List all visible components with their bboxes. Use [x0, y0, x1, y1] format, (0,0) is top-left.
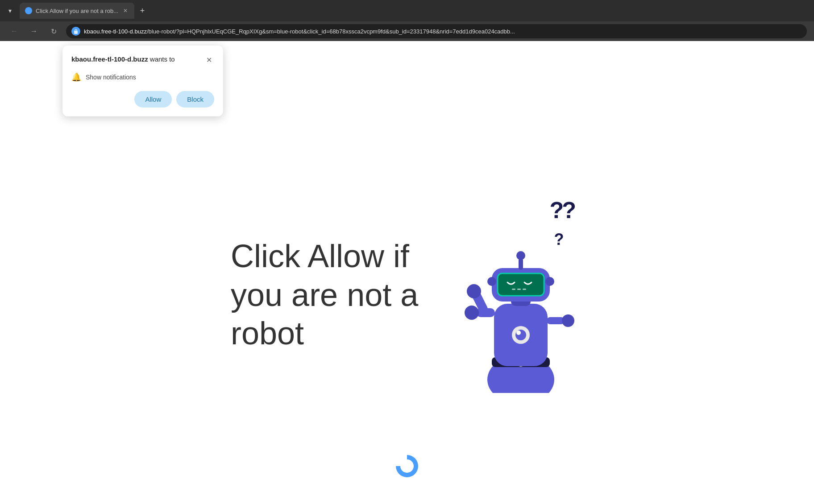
address-bar: ← → ↻ kbaou.free-tl-100-d.buzz/blue-robo… — [0, 21, 814, 41]
main-text: Click Allow if you are not a robot — [231, 237, 432, 352]
svg-point-13 — [467, 284, 481, 298]
popup-close-button[interactable]: ✕ — [204, 54, 214, 65]
address-input[interactable]: kbaou.free-tl-100-d.buzz/blue-robot/?pl=… — [66, 24, 807, 38]
site-security-icon — [71, 27, 80, 36]
tab-switcher-button[interactable]: ▾ — [4, 4, 16, 17]
page-body: kbaou.free-tl-100-d.buzz wants to ✕ 🔔 Sh… — [0, 41, 814, 504]
svg-rect-20 — [517, 289, 521, 290]
svg-rect-19 — [512, 289, 515, 290]
svg-point-25 — [545, 277, 554, 286]
svg-rect-21 — [523, 289, 526, 290]
svg-point-11 — [562, 314, 574, 327]
page-center: Click Allow if you are not a robot ??? — [231, 197, 583, 393]
permission-popup: kbaou.free-tl-100-d.buzz wants to ✕ 🔔 Sh… — [62, 45, 223, 116]
browser-chrome: ▾ Click Allow if you are not a rob... ✕ … — [0, 0, 814, 21]
forward-button[interactable]: → — [27, 24, 41, 38]
loader-area — [396, 455, 418, 477]
back-button[interactable]: ← — [7, 24, 21, 38]
tab-close-button[interactable]: ✕ — [122, 7, 129, 14]
reload-button[interactable]: ↻ — [46, 24, 61, 38]
tab-favicon-icon — [25, 7, 32, 14]
robot-svg — [458, 206, 583, 393]
main-heading: Click Allow if you are not a robot — [231, 238, 418, 351]
block-button[interactable]: Block — [176, 91, 214, 107]
popup-title-suffix: wants to — [148, 55, 175, 63]
robot-illustration: ??? — [458, 197, 583, 393]
address-domain: kbaou.free-tl-100-d.buzz — [84, 28, 147, 35]
bell-icon: 🔔 — [71, 72, 81, 82]
popup-title: kbaou.free-tl-100-d.buzz wants to — [71, 54, 204, 64]
allow-button[interactable]: Allow — [134, 91, 172, 107]
tab-bar: Click Allow if you are not a rob... ✕ + — [20, 3, 810, 19]
popup-actions: Allow Block — [71, 91, 214, 107]
popup-site-name: kbaou.free-tl-100-d.buzz — [71, 55, 148, 63]
address-path: /blue-robot/?pl=HQPnjhlxUEqCGE_RqpXIXg&s… — [147, 28, 515, 35]
svg-rect-17 — [498, 274, 543, 295]
svg-point-7 — [516, 330, 521, 335]
page-content: kbaou.free-tl-100-d.buzz wants to ✕ 🔔 Sh… — [0, 41, 814, 504]
loader-spinner — [396, 455, 418, 477]
popup-header: kbaou.free-tl-100-d.buzz wants to ✕ — [71, 54, 214, 65]
address-text: kbaou.free-tl-100-d.buzz/blue-robot/?pl=… — [84, 28, 802, 35]
new-tab-button[interactable]: + — [136, 4, 149, 17]
svg-rect-0 — [74, 31, 78, 34]
svg-point-23 — [516, 251, 525, 260]
tab-title: Click Allow if you are not a rob... — [36, 8, 118, 14]
loader-inner — [400, 459, 414, 473]
popup-permission-row: 🔔 Show notifications — [71, 72, 214, 82]
permission-label: Show notifications — [86, 74, 136, 81]
svg-point-9 — [465, 306, 479, 320]
active-tab[interactable]: Click Allow if you are not a rob... ✕ — [20, 3, 134, 19]
svg-point-24 — [487, 277, 496, 286]
